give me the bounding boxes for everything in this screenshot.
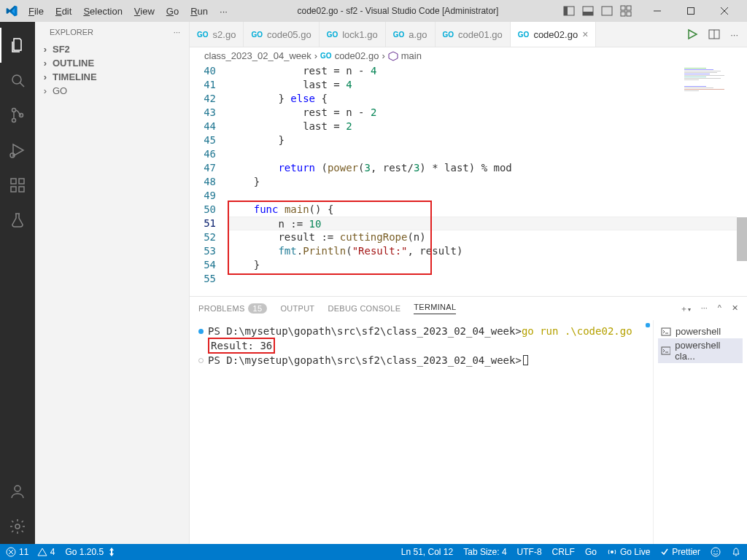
explorer-icon[interactable] bbox=[0, 28, 35, 63]
minimize-button[interactable] bbox=[640, 0, 674, 22]
sidebar-section-go[interactable]: ›GO bbox=[35, 84, 189, 98]
status-bell-icon[interactable] bbox=[731, 547, 741, 557]
panel-tab-output[interactable]: OUTPUT bbox=[280, 304, 314, 313]
editor-area: GOs2.goGOcode05.goGOlock1.goGOa.goGOcode… bbox=[190, 22, 747, 544]
panel-more-icon[interactable]: ··· bbox=[701, 303, 708, 314]
status-prettier[interactable]: Prettier bbox=[660, 547, 700, 557]
bottom-panel: PROBLEMS15 OUTPUT DEBUG CONSOLE TERMINAL… bbox=[190, 296, 747, 544]
toggle-panel-icon[interactable] bbox=[582, 5, 594, 17]
vscode-logo-icon bbox=[6, 5, 18, 17]
svg-rect-1 bbox=[564, 7, 568, 15]
menu-more[interactable]: ··· bbox=[214, 3, 233, 20]
status-cursor-pos[interactable]: Ln 51, Col 12 bbox=[401, 547, 453, 557]
svg-rect-28 bbox=[662, 328, 670, 335]
extensions-icon[interactable] bbox=[0, 168, 35, 203]
editor-scrollbar[interactable] bbox=[737, 64, 747, 296]
symbol-icon bbox=[388, 51, 398, 61]
sidebar-explorer: EXPLORER ··· ›SF2 ›OUTLINE ›TIMELINE ›GO bbox=[35, 22, 190, 544]
toggle-secondary-icon[interactable] bbox=[601, 5, 613, 17]
menu-go[interactable]: Go bbox=[161, 3, 184, 20]
layout-icons bbox=[563, 5, 632, 17]
svg-point-36 bbox=[716, 551, 718, 552]
tab-bar: GOs2.goGOcode05.goGOlock1.goGOa.goGOcode… bbox=[190, 22, 747, 47]
accounts-icon[interactable] bbox=[0, 474, 35, 509]
tab-more-icon[interactable]: ··· bbox=[730, 29, 738, 40]
menu-bar: File Edit Selection View Go Run ··· bbox=[23, 3, 233, 20]
svg-point-25 bbox=[15, 524, 20, 529]
window-title: code02.go - sf2 - Visual Studio Code [Ad… bbox=[233, 6, 563, 16]
customize-layout-icon[interactable] bbox=[620, 5, 632, 17]
status-tab-size[interactable]: Tab Size: 4 bbox=[463, 547, 506, 557]
run-debug-icon[interactable] bbox=[0, 133, 35, 168]
settings-gear-icon[interactable] bbox=[0, 509, 35, 544]
terminal[interactable]: PS D:\mysetup\gopath\src\sf2\class_2023_… bbox=[190, 320, 654, 544]
testing-icon[interactable] bbox=[0, 203, 35, 238]
svg-point-35 bbox=[713, 551, 715, 552]
sidebar-section-outline[interactable]: ›OUTLINE bbox=[35, 56, 189, 70]
panel-tab-problems[interactable]: PROBLEMS15 bbox=[198, 304, 267, 313]
svg-rect-3 bbox=[583, 12, 593, 15]
status-go-live[interactable]: Go Live bbox=[607, 547, 650, 557]
editor-tab-0[interactable]: GOs2.go bbox=[190, 22, 244, 47]
new-terminal-icon[interactable]: ＋▾ bbox=[680, 303, 691, 314]
title-bar: File Edit Selection View Go Run ··· code… bbox=[0, 0, 747, 22]
svg-rect-9 bbox=[627, 12, 631, 16]
status-language[interactable]: Go bbox=[585, 547, 597, 557]
panel-tab-debug[interactable]: DEBUG CONSOLE bbox=[328, 304, 400, 313]
source-control-icon[interactable] bbox=[0, 98, 35, 133]
panel-close-icon[interactable]: ✕ bbox=[732, 303, 738, 314]
svg-rect-11 bbox=[688, 8, 694, 15]
status-encoding[interactable]: UTF-8 bbox=[517, 547, 542, 557]
search-icon[interactable] bbox=[0, 63, 35, 98]
svg-rect-5 bbox=[608, 7, 612, 15]
status-bar: 11 4 Go 1.20.5 Ln 51, Col 12 Tab Size: 4… bbox=[0, 544, 747, 560]
status-eol[interactable]: CRLF bbox=[552, 547, 575, 557]
menu-edit[interactable]: Edit bbox=[50, 3, 77, 20]
status-errors[interactable]: 11 4 bbox=[6, 547, 55, 557]
panel-tab-terminal[interactable]: TERMINAL bbox=[414, 303, 456, 314]
sidebar-section-timeline[interactable]: ›TIMELINE bbox=[35, 70, 189, 84]
svg-rect-23 bbox=[19, 179, 24, 184]
svg-rect-8 bbox=[621, 12, 625, 16]
svg-rect-6 bbox=[621, 6, 625, 10]
run-file-icon[interactable] bbox=[686, 28, 698, 40]
menu-file[interactable]: File bbox=[23, 3, 49, 20]
svg-point-24 bbox=[15, 486, 20, 491]
panel-maximize-icon[interactable]: ^ bbox=[718, 303, 721, 314]
menu-selection[interactable]: Selection bbox=[78, 3, 127, 20]
close-icon[interactable]: × bbox=[582, 28, 588, 40]
split-editor-icon[interactable] bbox=[708, 28, 720, 40]
editor-tab-5[interactable]: GOcode02.go× bbox=[511, 22, 596, 47]
editor-tab-2[interactable]: GOlock1.go bbox=[320, 22, 386, 47]
sidebar-section-sf2[interactable]: ›SF2 bbox=[35, 42, 189, 56]
breadcrumb[interactable]: class_2023_02_04_week › GO code02.go › m… bbox=[190, 47, 747, 64]
explorer-title: EXPLORER bbox=[50, 28, 93, 36]
svg-point-17 bbox=[12, 119, 16, 122]
menu-run[interactable]: Run bbox=[185, 3, 213, 20]
svg-line-15 bbox=[20, 82, 24, 87]
status-feedback-icon[interactable] bbox=[711, 547, 721, 557]
svg-rect-20 bbox=[11, 179, 16, 184]
svg-rect-21 bbox=[11, 187, 16, 192]
toggle-sidebar-icon[interactable] bbox=[563, 5, 575, 17]
menu-view[interactable]: View bbox=[129, 3, 160, 20]
terminal-item-1[interactable]: powershell bbox=[658, 324, 743, 338]
svg-rect-7 bbox=[627, 6, 631, 10]
editor-tab-3[interactable]: GOa.go bbox=[386, 22, 436, 47]
svg-point-16 bbox=[12, 109, 16, 112]
close-button[interactable] bbox=[708, 0, 741, 22]
svg-point-34 bbox=[711, 548, 720, 556]
status-go-version[interactable]: Go 1.20.5 bbox=[65, 547, 115, 557]
editor-tab-1[interactable]: GOcode05.go bbox=[244, 22, 319, 47]
code-editor[interactable]: 40414243444546474849505152535455 rest = … bbox=[190, 64, 747, 296]
svg-rect-29 bbox=[662, 347, 670, 354]
explorer-more-icon[interactable]: ··· bbox=[174, 28, 180, 36]
terminal-list: powershell powershell cla... bbox=[654, 320, 747, 544]
svg-point-33 bbox=[611, 551, 614, 553]
terminal-item-2[interactable]: powershell cla... bbox=[658, 338, 743, 363]
activity-bar bbox=[0, 22, 35, 544]
editor-tab-4[interactable]: GOcode01.go bbox=[436, 22, 511, 47]
svg-rect-22 bbox=[19, 187, 24, 192]
maximize-button[interactable] bbox=[674, 0, 708, 22]
